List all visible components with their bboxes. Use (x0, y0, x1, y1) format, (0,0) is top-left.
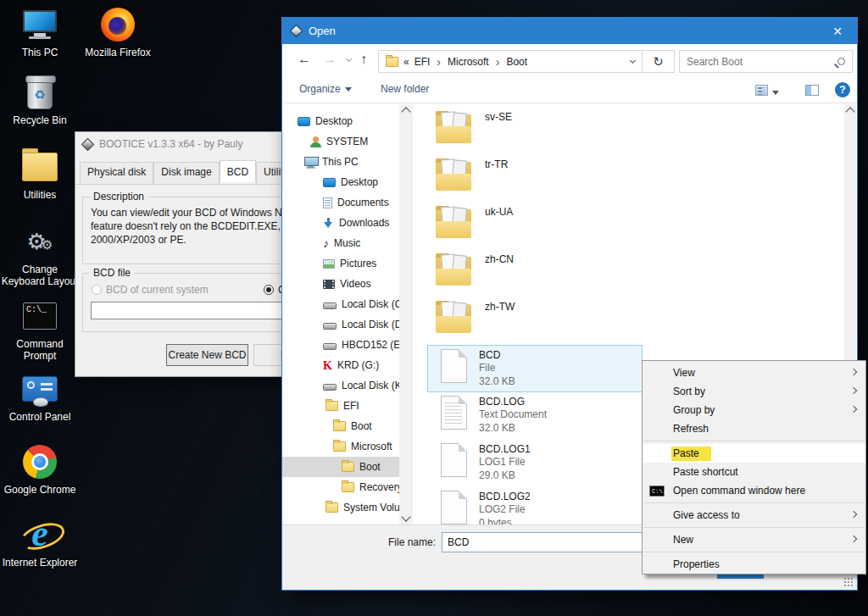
tree-item-recovery[interactable]: Recovery (282, 477, 399, 497)
tab-bcd[interactable]: BCD (220, 160, 256, 182)
menu-item-give-access-to[interactable]: Give access to (643, 506, 865, 524)
scroll-up-icon[interactable] (401, 107, 410, 116)
menu-item-group-by[interactable]: Group by (643, 401, 865, 419)
bootice-titlebar[interactable]: BOOTICE v1.3.3 x64 - by Pauly (75, 132, 281, 156)
menu-item-properties[interactable]: Properties (643, 555, 865, 574)
desktop-icon-recycle-bin[interactable]: ♻ Recycle Bin (0, 73, 80, 126)
tree-item-hbcd152-e[interactable]: HBCD152 (E:) (282, 335, 399, 355)
tree-item-efi[interactable]: EFI (282, 396, 399, 416)
submenu-arrow-icon (850, 406, 857, 413)
file-type: Text Document (479, 408, 547, 421)
close-button[interactable]: ✕ (818, 18, 857, 44)
kaspersky-drive-icon: K (323, 360, 332, 371)
folder-icon (333, 421, 346, 431)
menu-item-paste[interactable]: Paste (643, 444, 865, 463)
folder-icon (342, 462, 354, 472)
menu-item-open-command-window[interactable]: C:\.Open command window here (643, 481, 865, 500)
radio-bcd-current-system[interactable]: BCD of current system (92, 284, 209, 296)
organize-button[interactable]: Organize (299, 83, 352, 95)
scroll-down-icon[interactable] (401, 512, 410, 521)
file-item-zh-cn[interactable]: zh-CN (427, 250, 643, 297)
tree-item-desktop-child[interactable]: Desktop (282, 172, 399, 192)
change-view-button[interactable] (755, 85, 779, 98)
refresh-button[interactable]: ↻ (643, 50, 675, 73)
breadcrumb-efi[interactable]: EFI (415, 56, 431, 68)
folder-icon (333, 441, 346, 452)
tab-disk-image[interactable]: Disk image (153, 162, 219, 184)
tree-item-microsoft[interactable]: Microsoft (282, 436, 399, 457)
dialog-app-icon (290, 25, 303, 38)
scroll-up-icon[interactable] (845, 107, 854, 116)
filename-label: File name: (388, 536, 436, 548)
pictures-icon (323, 259, 335, 269)
desktop-icon-firefox[interactable]: Mozilla Firefox (78, 5, 158, 58)
file-item-sv-se[interactable]: sv-SE (427, 108, 643, 155)
file-item-uk-ua[interactable]: uk-UA (427, 203, 643, 250)
file-list: sv-SE tr-TR uk-UA zh-CN zh-TW BCD File 3… (427, 108, 643, 535)
breadcrumb-microsoft[interactable]: Microsoft (448, 56, 489, 68)
this-pc-icon (23, 10, 57, 39)
tab-utilities[interactable]: Utilities (256, 162, 282, 184)
menu-item-sort-by[interactable]: Sort by (643, 382, 865, 401)
help-button[interactable]: ? (835, 82, 850, 97)
menu-separator (643, 527, 865, 528)
tree-item-documents[interactable]: Documents (282, 192, 399, 213)
tree-item-desktop[interactable]: Desktop (282, 111, 399, 131)
back-button[interactable]: ← (298, 52, 311, 67)
file-item-tr-tr[interactable]: tr-TR (427, 155, 643, 203)
resize-grip[interactable] (843, 577, 854, 587)
preview-pane-button[interactable] (805, 85, 819, 98)
file-type: LOG1 File (479, 455, 531, 469)
desktop-icon-internet-explorer[interactable]: e Internet Explorer (0, 515, 80, 569)
menu-item-view[interactable]: View (643, 363, 865, 382)
tree-item-music[interactable]: ♪Music (282, 233, 399, 253)
tree-item-local-disk-d[interactable]: Local Disk (D:) (282, 314, 399, 335)
tab-physical-disk[interactable]: Physical disk (80, 162, 153, 184)
folder-icon (436, 206, 473, 238)
menu-item-new[interactable]: New (643, 530, 865, 549)
menu-item-refresh[interactable]: Refresh (643, 419, 865, 438)
paste-highlight: Paste (671, 447, 711, 461)
bcd-path-input[interactable] (91, 302, 282, 319)
dialog-title: Open (309, 25, 336, 37)
folder-icon (342, 482, 354, 492)
create-new-bcd-button[interactable]: Create New BCD (166, 344, 248, 366)
search-input[interactable] (687, 56, 837, 68)
tree-item-system-volume[interactable]: System Volun (282, 497, 399, 518)
menu-item-paste-shortcut[interactable]: Paste shortcut (643, 463, 865, 481)
desktop-icon-command-prompt[interactable]: C:\_ Command Prompt (0, 297, 80, 362)
desktop-icon-control-panel[interactable]: Control Panel (0, 369, 80, 423)
tree-item-downloads[interactable]: Downloads (282, 213, 399, 233)
desktop-icon-google-chrome[interactable]: Google Chrome (0, 442, 80, 496)
history-dropdown-icon[interactable] (346, 56, 352, 62)
file-item-zh-tw[interactable]: zh-TW (427, 297, 643, 345)
file-item-bcd-selected[interactable]: BCD File 32.0 KB (427, 345, 643, 392)
tree-scrollbar[interactable] (399, 104, 413, 524)
search-box[interactable] (679, 50, 853, 73)
tree-item-local-disk-k[interactable]: Local Disk (K:) (282, 375, 399, 396)
desktop-icon-utilities[interactable]: Utilities (0, 147, 80, 201)
description-groupbox: Description You can view/edit your BCD o… (82, 197, 282, 264)
address-bar[interactable]: « EFI › Microsoft › Boot (378, 50, 643, 73)
radio-other-bcd-file[interactable]: Other B (264, 284, 282, 296)
desktop-icon-change-keyboard-layout[interactable]: ⚙⚙ Change Keyboard Layout (0, 222, 80, 287)
file-item-bcd-log[interactable]: BCD.LOG Text Document 32.0 KB (427, 392, 643, 440)
tree-item-system[interactable]: SYSTEM (282, 131, 399, 152)
tree-item-videos[interactable]: Videos (282, 274, 399, 294)
tree-item-krd-g[interactable]: KKRD (G:) (282, 355, 399, 375)
desktop-icon-this-pc[interactable]: This PC (0, 5, 80, 58)
easy-mode-button[interactable]: Easy (253, 344, 282, 366)
context-menu: View Sort by Group by Refresh Paste Past… (642, 360, 866, 574)
new-folder-button[interactable]: New folder (381, 83, 429, 95)
up-button[interactable]: ↑ (360, 52, 367, 67)
address-dropdown-icon[interactable] (630, 57, 636, 63)
breadcrumb-prefix[interactable]: « (403, 56, 409, 68)
tree-item-this-pc[interactable]: This PC (282, 152, 399, 172)
tree-item-boot-selected[interactable]: Boot (282, 457, 399, 477)
tree-item-boot[interactable]: Boot (282, 416, 399, 436)
dialog-titlebar[interactable]: Open ✕ (282, 18, 857, 44)
file-item-bcd-log1[interactable]: BCD.LOG1 LOG1 File 29.0 KB (427, 440, 643, 487)
breadcrumb-boot[interactable]: Boot (506, 56, 527, 68)
tree-item-pictures[interactable]: Pictures (282, 253, 399, 274)
tree-item-local-disk-c[interactable]: Local Disk (C:) (282, 294, 399, 314)
